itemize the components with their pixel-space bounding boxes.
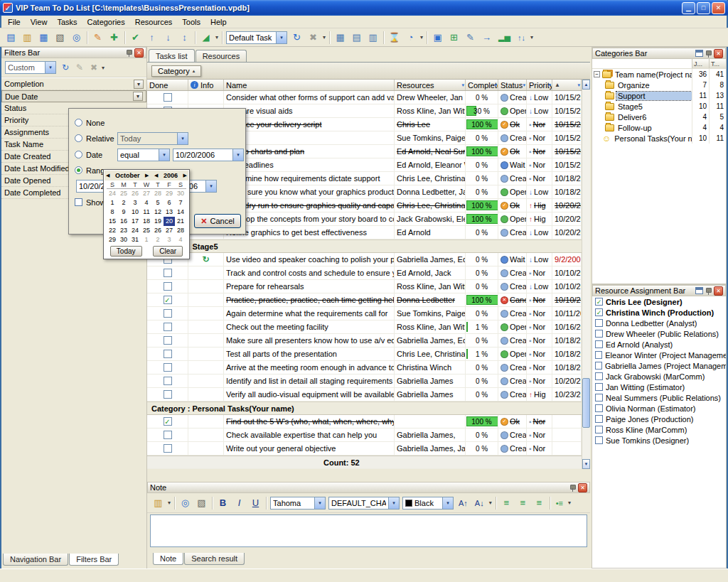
close-button[interactable]: ✕ <box>712 2 725 14</box>
font-color-combo-arrow[interactable]: ▾ <box>442 497 453 509</box>
category-group-row[interactable]: Category : Stage5 <box>147 239 582 253</box>
category-item-organize[interactable]: Organize78 <box>592 80 726 90</box>
align-center-button[interactable]: ≡ <box>515 495 530 510</box>
add-task-button[interactable]: ✚ <box>107 30 122 45</box>
font-color-combo[interactable]: Black▾ <box>402 497 454 510</box>
calendar-day[interactable]: 18 <box>141 217 152 226</box>
next-year-icon[interactable]: ▶ <box>183 173 187 178</box>
calendar-day[interactable]: 2 <box>152 235 164 244</box>
resource-item-olivia-norman-estimator[interactable]: Olivia Norman (Estimator) <box>592 403 726 414</box>
group-chip-category[interactable]: Category ▴ <box>151 65 201 77</box>
filter-more-arrow[interactable]: ▾ <box>102 65 105 71</box>
task-row[interactable]: Track and control costs and schedule to … <box>147 266 582 280</box>
filter-option-none[interactable]: None <box>69 117 245 131</box>
column-header-status[interactable]: Status▾ <box>498 80 527 90</box>
menu-view[interactable]: View <box>26 16 53 28</box>
calendar-day[interactable]: 26 <box>129 189 141 198</box>
calendar-day[interactable]: 30 <box>175 189 186 198</box>
resource-checkbox[interactable] <box>595 308 603 316</box>
column-header-info[interactable]: iInfo <box>188 80 224 90</box>
date-radio[interactable] <box>75 151 82 158</box>
calendar-day[interactable]: 15 <box>107 217 118 226</box>
filter-arrow-icon[interactable]: ▾ <box>461 82 464 88</box>
tools-more-arrow[interactable]: ▾ <box>420 34 423 41</box>
calendar-day[interactable]: 25 <box>118 189 129 198</box>
statistics-button[interactable]: ▂▅ <box>496 30 513 45</box>
calendar-day[interactable]: 1 <box>107 198 118 208</box>
relative-value-combo[interactable]: Today ▾ <box>117 132 188 145</box>
calendar-today-button[interactable]: Today <box>110 246 142 257</box>
delete-filter-icon[interactable]: ✖ <box>87 61 100 74</box>
add-list-button[interactable]: ⊞ <box>446 30 461 45</box>
resource-checkbox[interactable] <box>595 362 602 370</box>
calendar-day[interactable]: 27 <box>141 189 152 198</box>
next-month-icon[interactable]: ▶ <box>145 173 149 178</box>
chart-dropdown-arrow[interactable]: ▾ <box>215 34 218 41</box>
task-done-checkbox[interactable] <box>164 444 172 453</box>
calendar-day[interactable]: 22 <box>107 226 118 235</box>
history-button[interactable]: ⌛ <box>387 30 402 45</box>
range-to-arrow[interactable]: ▾ <box>205 180 216 192</box>
task-row[interactable]: Check out the meeting facilityRoss Kline… <box>147 320 582 334</box>
category-group-row[interactable]: Category : Personal Tasks(Your name) <box>147 402 582 415</box>
filter-option-date[interactable]: Date equal ▾ 10/20/2006 ▾ <box>69 149 245 163</box>
categories-column-1[interactable]: J... <box>692 59 709 68</box>
pin-icon[interactable] <box>126 49 132 57</box>
scroll-down-icon[interactable]: ▼ <box>582 459 590 469</box>
filter-option-relative[interactable]: Relative Today ▾ <box>69 132 245 146</box>
task-done-checkbox[interactable] <box>164 296 172 304</box>
calendar-day[interactable]: 14 <box>175 208 186 217</box>
task-row[interactable]: Write out your general objectiveGabriell… <box>147 442 582 456</box>
task-row[interactable]: ↻Use video and speaker coaching to polis… <box>147 253 582 266</box>
date-value-arrow[interactable]: ▾ <box>232 149 243 161</box>
task-done-checkbox[interactable] <box>164 309 172 318</box>
task-done-checkbox[interactable] <box>164 269 172 277</box>
resource-item-chris-lee-designer[interactable]: Chris Lee (Designer) <box>592 296 726 307</box>
note-load-arrow[interactable]: ▾ <box>168 500 171 506</box>
calendar-day[interactable]: 8 <box>107 208 118 217</box>
task-done-checkbox[interactable] <box>164 336 172 345</box>
column-header-due-date[interactable]: ▲▾ <box>552 80 582 90</box>
menu-resources[interactable]: Resources <box>130 16 178 28</box>
tab-resources[interactable]: Resources <box>196 50 247 62</box>
date-operator-combo[interactable]: equal ▾ <box>117 149 170 161</box>
task-row[interactable]: Check available expertise that can help … <box>147 429 582 442</box>
resource-checkbox[interactable] <box>595 351 602 359</box>
export-button[interactable]: → <box>479 30 494 45</box>
calendar-day[interactable]: 13 <box>164 208 175 217</box>
sort-button[interactable]: ↑↓ <box>515 30 528 45</box>
resource-item-sue-tomkins-designer[interactable]: Sue Tomkins (Designer) <box>592 435 726 446</box>
save-filter-icon[interactable]: ↻ <box>59 61 72 74</box>
category-item-team-name-project-name[interactable]: −Team name(Project name)3641 <box>592 69 726 80</box>
resource-checkbox[interactable] <box>595 298 603 306</box>
resource-checkbox[interactable] <box>595 394 603 402</box>
calendar-day[interactable]: 30 <box>118 235 129 244</box>
scrollbar-track[interactable] <box>582 90 590 459</box>
delete-task-type-button[interactable]: ✖ <box>306 30 321 45</box>
apply-task-type-button[interactable]: ↻ <box>289 30 304 45</box>
shrink-font-button[interactable]: A↓ <box>472 495 487 510</box>
none-radio[interactable] <box>75 119 82 126</box>
menu-categories[interactable]: Categories <box>82 16 130 28</box>
task-done-checkbox[interactable] <box>164 377 172 385</box>
window-position-icon[interactable] <box>695 50 703 57</box>
bold-button[interactable]: B <box>215 495 230 510</box>
resource-checkbox[interactable] <box>595 436 603 444</box>
task-row[interactable]: Prepare for rehearsalsRoss Kline, Jan Wi… <box>147 280 582 293</box>
task-done-checkbox[interactable] <box>164 431 172 439</box>
cancel-button[interactable]: ✕ Cancel <box>194 214 241 228</box>
calendar-day[interactable]: 24 <box>107 189 118 198</box>
expand-collapse-button[interactable]: ↕ <box>177 30 192 45</box>
task-done-checkbox[interactable] <box>164 323 172 331</box>
task-row[interactable]: Consider what other forms of support can… <box>147 91 582 104</box>
task-row[interactable]: Identify and list in detail all staging … <box>147 374 582 388</box>
relative-value-arrow[interactable]: ▾ <box>177 133 188 144</box>
menu-tasks[interactable]: Tasks <box>52 16 82 28</box>
task-row[interactable]: Make sure all presenters know how to use… <box>147 334 582 347</box>
filter-item-due-date[interactable]: Due Date▾ <box>1 90 146 102</box>
toolbar-overflow-arrow[interactable]: ▾ <box>530 34 533 41</box>
relative-radio[interactable] <box>75 134 82 142</box>
calendar-day[interactable]: 4 <box>175 235 186 244</box>
tree-expander-icon[interactable]: − <box>594 71 600 77</box>
calendar-day[interactable]: 29 <box>107 235 118 244</box>
